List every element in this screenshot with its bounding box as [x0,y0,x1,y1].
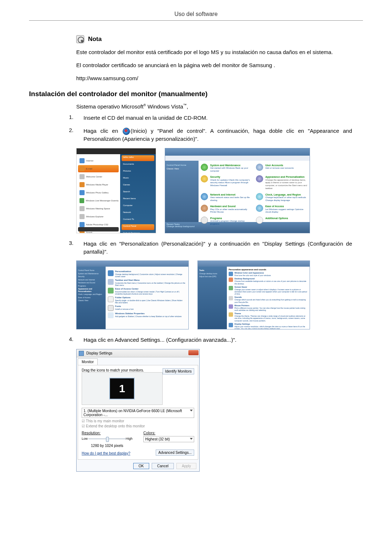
cp-cat-network[interactable]: Network and InternetView network status … [201,193,252,202]
start-item[interactable]: Windows Live Messenger Download [78,197,119,204]
start-right-item[interactable]: Network [122,210,154,216]
note-url: http://www.samsung.com/ [76,74,352,82]
appearance-main: PersonalizationChange desktop background… [106,267,188,329]
start-right-item[interactable]: Recent Items [122,197,154,202]
ok-button[interactable]: OK [133,463,149,469]
subhead-mid: Windows Vista [146,103,183,110]
ds-title-icon [79,351,84,356]
ap-item-folder[interactable]: Folder OptionsSpecify single- or double-… [108,296,186,304]
start-right-item[interactable]: Computer [122,204,154,209]
cp-cat-hardware[interactable]: Hardware and SoundPlay CDs or other medi… [201,205,252,214]
start-right-panel: zelko zelko Documents Pictures Music Gam… [120,154,156,233]
ap-side-link[interactable]: System and Maintenance [78,272,104,275]
pers-item-display-settings[interactable]: Display SettingsAdjust your monitor reso… [229,323,308,330]
start-right-item[interactable]: Documents [122,162,154,168]
ap-item-ease[interactable]: Ease of Access CenterAccommodate low vis… [108,288,186,295]
cancel-button[interactable]: Cancel [152,463,174,469]
start-right-item-control-panel[interactable]: Control Panel [122,224,154,230]
start-right-item[interactable]: Connect To [122,217,154,223]
start-item[interactable]: E-mail [78,165,119,172]
ap-side-link[interactable]: Control Panel Home [78,269,104,272]
ds-check-main[interactable]: ☑ This is my main monitor [82,419,194,423]
pers-item-color[interactable]: Window Color and AppearanceFine tune the… [229,272,308,276]
start-item[interactable]: Windows Media Player [78,181,119,188]
pers-side-link[interactable]: Change desktop icons [199,272,225,275]
windows-start-orb-icon [123,128,130,135]
pers-item-screensaver[interactable]: Screen SaverChange your screen saver or … [229,286,308,295]
pers-item-pointers[interactable]: Mouse PointersPick a different mouse poi… [229,304,308,311]
step-2-num: 2. [69,127,83,143]
note-label: Nota [88,36,102,42]
ds-body: Identify Monitors Drag the icons to matc… [78,365,198,460]
start-right-item[interactable]: Search [122,190,154,196]
pers-item-theme[interactable]: ThemeChange the theme. Themes can change… [229,312,308,322]
ds-slider-thumb[interactable] [106,437,109,442]
apply-button[interactable]: Apply [176,463,196,469]
ap-side-link-active[interactable]: Appearance and Personalization [78,288,104,292]
step-3-text: Haga clic en "Personalization (Personali… [83,240,352,256]
ap-side-link[interactable]: Clock, Language, and Region [78,293,104,296]
ds-resolution-slider[interactable]: Low High [82,436,132,443]
close-icon[interactable] [188,350,199,355]
pers-side-link[interactable]: Adjust font size (DPI) [199,275,225,278]
cp-cat-system[interactable]: System and MaintenanceGet started with W… [201,164,252,173]
ap-item-taskbar[interactable]: Taskbar and Start MenuCustomize the Star… [108,279,186,286]
step-2: 2. Haga clic en (Inicio) y "Panel de con… [69,127,352,143]
cp-cat-ease[interactable]: Ease of AccessLet Windows suggest settin… [256,205,307,214]
cp-cat-security[interactable]: SecurityCheck for updates Check this com… [201,175,252,190]
pers-item-sounds[interactable]: SoundsChange which sounds are heard when… [229,296,308,303]
ds-titlebar: Display Settings [77,349,199,357]
step-3-num: 3. [69,240,83,256]
start-item[interactable]: Internet [78,157,119,164]
appearance-recent: Recent Tasks [77,329,188,329]
ds-drag-label: Drag the icons to match your monitors. [82,368,144,372]
ds-identify-button[interactable]: Identify Monitors [163,368,194,374]
ds-colors-dropdown[interactable]: Highest (32 bit) [143,436,194,442]
start-right-item[interactable]: zelko zelko [122,155,154,161]
start-item[interactable]: Windows Explorer [78,213,119,220]
pers-sidebar: Tasks Change desktop icons Adjust font s… [198,267,227,329]
ap-item-fonts[interactable]: FontsInstall or remove a font [108,305,186,311]
ds-button-row: OK Cancel Apply [77,461,199,471]
figure-personalization-panel: Tasks Change desktop icons Adjust font s… [197,260,310,329]
start-search[interactable] [78,227,119,231]
pers-footer: See also [198,329,310,329]
ap-side-link[interactable]: Network and Internet [78,279,104,281]
cp-sidebar-classic[interactable]: Classic View [167,168,197,170]
figure-display-settings: Display Settings Monitor Identify Monito… [76,349,363,472]
ds-monitor-area[interactable]: 1 [82,372,163,405]
start-item[interactable]: Welcome Center [78,173,119,180]
start-right-item[interactable]: Pictures [122,169,154,175]
cp-cat-users[interactable]: User AccountsAdd or remove user accounts [256,164,307,173]
figure-appearance-panel: Control Panel Home System and Maintenanc… [76,260,189,329]
start-right-item[interactable]: Games [122,183,154,189]
pers-item-background[interactable]: Desktop BackgroundChoose from available … [229,278,308,284]
appearance-sidebar: Control Panel Home System and Maintenanc… [77,267,106,329]
ds-advanced-button[interactable]: Advanced Settings... [156,450,194,456]
cp-cat-appearance[interactable]: Appearance and PersonalizationChange the… [256,175,307,190]
section-subhead: Sistema operativo Microsoft® Windows Vis… [76,103,363,110]
start-right-item[interactable]: Music [122,176,154,182]
start-item[interactable]: Windows Photo Gallery [78,189,119,196]
ds-check-extend[interactable]: ☑ Extend the desktop onto this monitor [82,424,194,428]
ap-side-link[interactable]: Hardware and Sound [78,282,104,284]
ap-side-link[interactable]: Classic View [78,299,104,302]
ap-item-personalization[interactable]: PersonalizationChange desktop background… [108,270,186,278]
cp-sidebar-home[interactable]: Control Panel Home [167,164,197,167]
start-right-item[interactable]: Default Programs [122,231,154,233]
ap-side-link[interactable]: Security [78,275,104,278]
ds-monitor-dropdown[interactable]: 1. (Multiple Monitors) on NVIDIA GeForce… [82,408,194,418]
ap-item-sidebar[interactable]: Windows Sidebar PropertiesAdd gadgets to… [108,312,186,318]
cp-cat-clock[interactable]: Clock, Language, and RegionChange keyboa… [256,193,307,202]
cp-cat-additional[interactable]: Additional Options [256,217,307,226]
ap-side-link[interactable]: Programs [78,285,104,287]
ds-tab-monitor[interactable]: Monitor [78,358,98,365]
step-1: 1. Inserte el CD del manual en la unidad… [69,114,352,122]
ds-window-title: Display Settings [86,351,113,355]
ds-monitor-icon[interactable]: 1 [109,378,135,399]
trademark-mark: ™ [183,103,187,107]
pers-heading: Personalize appearance and sounds [229,268,308,271]
cp-cat-programs[interactable]: ProgramsUninstall a program Change start… [201,217,252,226]
ap-side-link[interactable]: Ease of Access [78,296,104,299]
start-item[interactable]: Windows Meeting Space [78,205,119,212]
